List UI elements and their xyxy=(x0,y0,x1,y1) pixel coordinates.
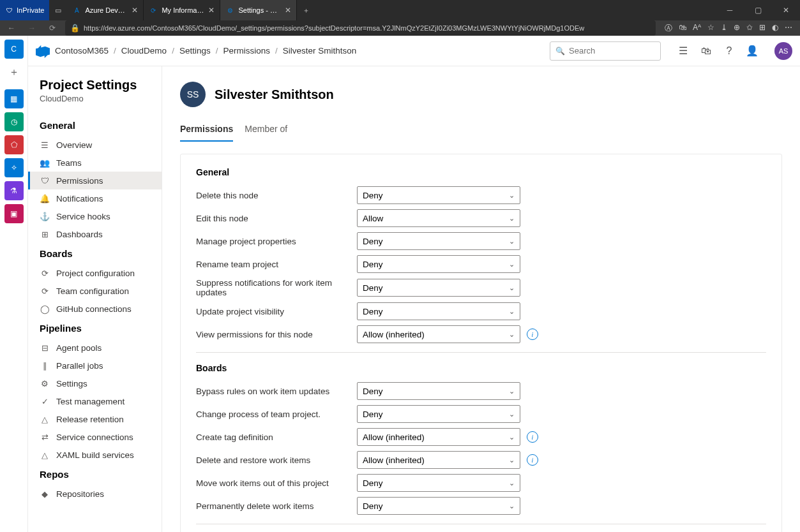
nav-item[interactable]: △XAML build services xyxy=(28,446,162,464)
info-icon[interactable]: i xyxy=(527,329,538,340)
nav-item-label: Service hooks xyxy=(56,212,110,221)
collections-icon[interactable]: ⊕ xyxy=(734,23,740,34)
breadcrumb-item[interactable]: Settings xyxy=(179,46,211,55)
rail-hub[interactable]: ▦ xyxy=(4,89,24,108)
new-tab-button[interactable]: ＋ xyxy=(297,6,315,15)
refresh-button[interactable]: ⟳ xyxy=(45,20,60,36)
back-button[interactable]: ← xyxy=(4,20,19,36)
nav-item-label: Parallel jobs xyxy=(56,361,103,371)
permission-value: Deny xyxy=(363,478,383,488)
nav-item[interactable]: 🛡Permissions xyxy=(28,172,162,189)
nav-item[interactable]: ✓Test management xyxy=(28,392,162,410)
permission-row: Delete this node Deny⌄ xyxy=(196,184,766,207)
marketplace-icon[interactable]: 🛍 xyxy=(700,45,712,57)
text-size-icon[interactable]: Aᴬ xyxy=(693,23,701,34)
nav-item[interactable]: ⊞Dashboards xyxy=(28,225,162,243)
rail-hub[interactable]: ⚗ xyxy=(4,181,24,200)
task-list-icon[interactable]: ☰ xyxy=(677,45,689,57)
permission-select[interactable]: Deny⌄ xyxy=(357,279,520,297)
nav-item-label: Team configuration xyxy=(56,286,129,296)
search-input[interactable] xyxy=(569,46,676,55)
permission-select[interactable]: Deny⌄ xyxy=(357,232,520,250)
rail-hub[interactable]: ▣ xyxy=(4,204,24,223)
chevron-down-icon: ⌄ xyxy=(509,387,515,395)
browser-tab[interactable]: A Azure DevOps - Microsoft Azure ✕ xyxy=(67,0,144,20)
nav-item[interactable]: ⟳Team configuration xyxy=(28,282,162,300)
permission-label: Delete this node xyxy=(196,191,357,200)
permission-select[interactable]: Deny⌄ xyxy=(357,382,520,400)
permission-select[interactable]: Deny⌄ xyxy=(357,405,520,423)
permission-select[interactable]: Deny⌄ xyxy=(357,255,520,273)
copilot-icon[interactable]: ◐ xyxy=(772,23,778,34)
nav-item[interactable]: 👥Teams xyxy=(28,154,162,172)
sync-icon[interactable]: ⤓ xyxy=(721,23,727,34)
nav-item[interactable]: ⟳Project configuration xyxy=(28,264,162,282)
close-window-button[interactable]: ✕ xyxy=(772,0,800,20)
permission-select[interactable]: Deny⌄ xyxy=(357,474,520,492)
read-aloud-icon[interactable]: Ⓐ xyxy=(665,23,672,34)
close-icon[interactable]: ✕ xyxy=(208,6,215,15)
breadcrumb-item[interactable]: CloudDemo xyxy=(121,46,167,55)
rail-project[interactable]: C xyxy=(4,40,24,59)
rail-hub[interactable]: ⬠ xyxy=(4,135,24,154)
info-icon[interactable]: i xyxy=(527,454,538,466)
permission-select[interactable]: Allow (inherited)⌄ xyxy=(357,451,520,469)
info-icon[interactable]: i xyxy=(527,431,538,443)
shopping-icon[interactable]: 🛍 xyxy=(679,23,686,34)
browser-tab[interactable]: ⚙ Settings - Permissions (CloudDe ✕ xyxy=(220,0,297,20)
rail-hub[interactable]: ◷ xyxy=(4,112,24,131)
rail-add-button[interactable]: ＋ xyxy=(4,63,24,82)
pivot-bar: PermissionsMember of xyxy=(180,120,782,142)
nav-item[interactable]: ⇄Service connections xyxy=(28,428,162,446)
nav-item[interactable]: △Release retention xyxy=(28,410,162,428)
permission-select[interactable]: Allow⌄ xyxy=(357,209,520,227)
search-box[interactable]: 🔍 xyxy=(550,41,661,61)
pivot-tab[interactable]: Member of xyxy=(245,120,287,142)
browser-titlebar: 🛡 InPrivate ▭ A Azure DevOps - Microsoft… xyxy=(0,0,800,20)
permission-select[interactable]: Allow (inherited)⌄ xyxy=(357,325,520,343)
nav-item[interactable]: ⊟Agent pools xyxy=(28,339,162,357)
pivot-tab[interactable]: Permissions xyxy=(180,120,233,142)
user-settings-icon[interactable]: 👤 xyxy=(746,45,758,57)
favorites-list-icon[interactable]: ✩ xyxy=(746,23,753,34)
breadcrumb-item[interactable]: Permissions xyxy=(223,46,270,55)
permission-select[interactable]: Deny⌄ xyxy=(357,497,520,515)
permission-group-header: General xyxy=(196,167,766,177)
extensions-icon[interactable]: ⊞ xyxy=(759,23,766,34)
nav-item[interactable]: ☰Overview xyxy=(28,136,162,154)
nav-item[interactable]: ◆Repositories xyxy=(28,485,162,503)
nav-section-header: Boards xyxy=(28,243,162,264)
forward-button[interactable]: → xyxy=(24,20,40,36)
inprivate-label: InPrivate xyxy=(17,6,44,14)
minimize-button[interactable]: ─ xyxy=(716,0,744,20)
breadcrumb-item[interactable]: ContosoM365 xyxy=(55,46,109,55)
permission-label: Move work items out of this project xyxy=(196,478,357,488)
nav-item-label: Dashboards xyxy=(56,230,103,239)
azure-devops-logo[interactable] xyxy=(36,44,50,58)
nav-item[interactable]: ⚙Settings xyxy=(28,374,162,392)
nav-item[interactable]: 🔔Notifications xyxy=(28,189,162,207)
nav-item-label: Project configuration xyxy=(56,269,135,278)
close-icon[interactable]: ✕ xyxy=(132,6,138,15)
more-icon[interactable]: ⋯ xyxy=(785,23,792,34)
permissions-card: GeneralDelete this node Deny⌄ Edit this … xyxy=(180,154,782,532)
permission-select[interactable]: Deny⌄ xyxy=(357,302,520,320)
help-icon[interactable]: ? xyxy=(723,45,735,57)
permission-value: Allow xyxy=(363,214,383,223)
permission-row: Rename team project Deny⌄ xyxy=(196,253,766,276)
url-box[interactable]: 🔒 https://dev.azure.com/ContosoM365/Clou… xyxy=(65,20,656,36)
tab-overview-button[interactable]: ▭ xyxy=(49,1,67,19)
nav-item[interactable]: ⚓Service hooks xyxy=(28,207,162,225)
rail-hub[interactable]: ✧ xyxy=(4,158,24,177)
browser-tab[interactable]: ⟳ My Information ✕ xyxy=(144,0,220,20)
nav-item[interactable]: ∥Parallel jobs xyxy=(28,357,162,374)
maximize-button[interactable]: ▢ xyxy=(744,0,772,20)
permission-select[interactable]: Deny⌄ xyxy=(357,186,520,204)
nav-item[interactable]: ◯GitHub connections xyxy=(28,300,162,318)
avatar[interactable]: AS xyxy=(774,42,792,60)
persona-avatar: SS xyxy=(180,82,206,107)
breadcrumb-item[interactable]: Silvester Smithtson xyxy=(283,46,357,55)
permission-select[interactable]: Allow (inherited)⌄ xyxy=(357,428,520,446)
favorite-icon[interactable]: ☆ xyxy=(707,23,714,34)
close-icon[interactable]: ✕ xyxy=(285,6,291,15)
